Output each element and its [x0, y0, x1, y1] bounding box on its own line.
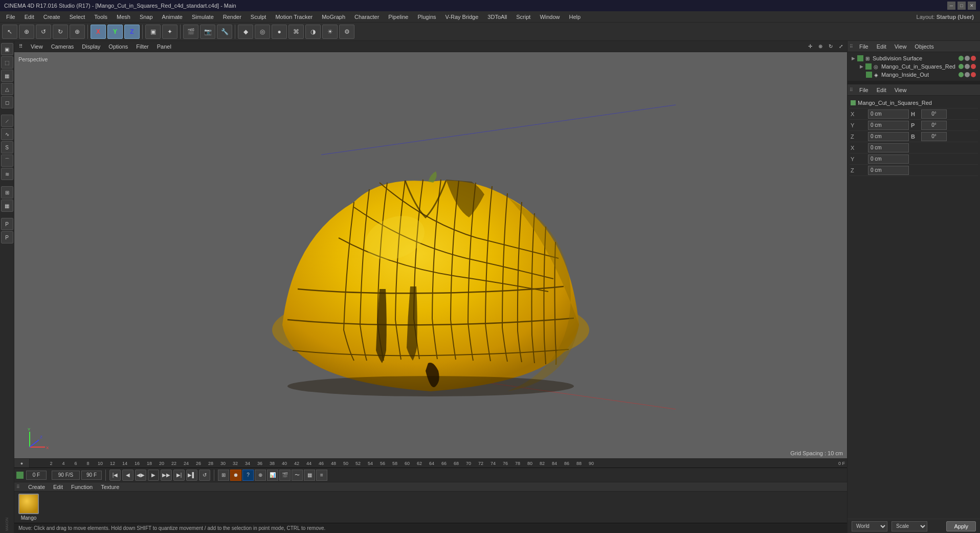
timeline-btn[interactable]: 📊	[267, 470, 278, 481]
delete-dot3[interactable]	[971, 72, 976, 77]
loop-button[interactable]: ↺	[199, 470, 210, 481]
vp-cameras-menu[interactable]: Cameras	[49, 43, 76, 50]
scale-dropdown[interactable]: Scale	[892, 521, 927, 531]
menu-mograph[interactable]: MoGraph	[318, 13, 349, 21]
render-dot[interactable]	[965, 56, 970, 61]
motion-path-btn[interactable]: ⊕	[255, 470, 266, 481]
attr-b-input[interactable]	[921, 132, 947, 141]
mode-texture[interactable]: ⬚	[1, 56, 13, 69]
redo-button[interactable]: ↻	[53, 25, 68, 39]
obj-mango-cut[interactable]: ▶ ◎ Mango_Cut_in_Squares_Red	[858, 62, 978, 71]
mat-edit[interactable]: Edit	[51, 484, 65, 490]
move-tool-button[interactable]: ↖	[2, 25, 17, 39]
menu-tools[interactable]: Tools	[90, 13, 112, 21]
menu-vraybridge[interactable]: V-Ray Bridge	[441, 13, 483, 21]
vp-panel-menu[interactable]: Panel	[155, 43, 173, 50]
menu-motiontracker[interactable]: Motion Tracker	[271, 13, 317, 21]
prev-frame-button[interactable]: ◀	[122, 470, 133, 481]
obj-objects-menu[interactable]: Objects	[912, 43, 936, 50]
play-button[interactable]: ▶	[148, 470, 159, 481]
menu-script[interactable]: Script	[512, 13, 534, 21]
go-end-button[interactable]: ▶▌	[186, 470, 197, 481]
vis-dot[interactable]	[959, 56, 964, 61]
light-button[interactable]: ☀	[322, 25, 338, 39]
end-frame-input[interactable]	[81, 471, 102, 480]
dope-sheet-btn[interactable]: 🎬	[279, 470, 291, 481]
tool-layers[interactable]: ⊞	[1, 186, 13, 198]
camera-button[interactable]: ⚙	[339, 25, 354, 39]
menu-file[interactable]: File	[2, 13, 19, 21]
render-dot2[interactable]	[965, 64, 970, 69]
vp-move-icon[interactable]: ⊕	[816, 42, 825, 51]
marker-btn[interactable]: ▦	[304, 470, 315, 481]
attr-sx-input[interactable]	[868, 143, 909, 152]
texture-button[interactable]: ✦	[162, 25, 177, 39]
vp-display-menu[interactable]: Display	[80, 43, 102, 50]
delete-dot2[interactable]	[971, 64, 976, 69]
polygon-button[interactable]: ◆	[238, 25, 253, 39]
menu-plugins[interactable]: Plugins	[413, 13, 440, 21]
model-button[interactable]: ▣	[145, 25, 161, 39]
menu-render[interactable]: Render	[219, 13, 246, 21]
attr-p-input[interactable]	[921, 121, 947, 130]
menu-create[interactable]: Create	[39, 13, 64, 21]
attr-y-input[interactable]	[868, 121, 909, 130]
z-axis-button[interactable]: Z	[124, 25, 140, 39]
vp-navigate-icon[interactable]: ✛	[806, 42, 814, 51]
attr-z-input[interactable]	[868, 132, 909, 141]
material-mango[interactable]: Mango	[18, 494, 39, 521]
fps-input[interactable]	[52, 471, 80, 480]
mode-floor[interactable]: ▦	[1, 70, 13, 82]
sphere-button[interactable]: ●	[272, 25, 287, 39]
timeline-ruler[interactable]: ● 2 4 6 8 10 12 14 16 18 20 22 24 26 28 …	[14, 458, 847, 468]
mode-edge[interactable]: △	[1, 83, 13, 95]
tool-curve[interactable]: ∿	[1, 128, 13, 140]
obj-view-menu[interactable]: View	[893, 43, 909, 50]
attr-sy-input[interactable]	[868, 154, 909, 164]
attr-edit-menu[interactable]: Edit	[875, 87, 888, 93]
add-tool-button[interactable]: ⊕	[19, 25, 34, 39]
vp-rotate-icon[interactable]: ↻	[827, 42, 835, 51]
mat-texture[interactable]: Texture	[99, 484, 121, 490]
render-button[interactable]: 📷	[200, 25, 215, 39]
obj-edit-menu[interactable]: Edit	[875, 43, 888, 50]
tool-sketch[interactable]: S	[1, 141, 13, 153]
obj-subdivision-surface[interactable]: ▶ ⊞ Subdivision Surface	[850, 54, 978, 62]
close-button[interactable]: ✕	[968, 2, 976, 10]
vp-filter-menu[interactable]: Filter	[134, 43, 150, 50]
attr-file-menu[interactable]: File	[857, 87, 871, 93]
tool-sculpt2[interactable]: ≋	[1, 168, 13, 180]
obj-file-menu[interactable]: File	[857, 43, 871, 50]
menu-animate[interactable]: Animate	[158, 13, 187, 21]
menu-3dtoall[interactable]: 3DToAll	[483, 13, 511, 21]
x-axis-button[interactable]: X	[91, 25, 106, 39]
menu-mesh[interactable]: Mesh	[113, 13, 135, 21]
mat-function[interactable]: Function	[69, 484, 95, 490]
attr-view-menu[interactable]: View	[893, 87, 909, 93]
undo-button[interactable]: ↺	[36, 25, 51, 39]
circle-tool-button[interactable]: ◎	[255, 25, 270, 39]
deformer-button[interactable]: ⌘	[288, 25, 304, 39]
mode-model[interactable]: ▣	[1, 43, 13, 55]
apply-button[interactable]: Apply	[946, 521, 976, 531]
menu-simulate[interactable]: Simulate	[188, 13, 218, 21]
menu-sculpt[interactable]: Sculpt	[247, 13, 271, 21]
play-forward-button[interactable]: ▶▶	[161, 470, 172, 481]
tool-grid[interactable]: ▦	[1, 199, 13, 212]
render-dot3[interactable]	[965, 72, 970, 77]
select-button[interactable]: ⊕	[70, 25, 85, 39]
vp-view-menu[interactable]: View	[29, 43, 45, 50]
attr-x-input[interactable]	[868, 109, 909, 119]
menu-window[interactable]: Window	[536, 13, 564, 21]
current-frame-input[interactable]	[26, 471, 47, 480]
mango-material-swatch[interactable]	[18, 494, 39, 514]
vis-dot2[interactable]	[959, 64, 964, 69]
menu-select[interactable]: Select	[65, 13, 90, 21]
menu-pipeline[interactable]: Pipeline	[384, 13, 412, 21]
render-settings-button[interactable]: 🔧	[217, 25, 232, 39]
tool-line[interactable]: ⟋	[1, 115, 13, 127]
menu-edit[interactable]: Edit	[20, 13, 38, 21]
obj-mango-inside[interactable]: ◈ Mango_Inside_Out	[864, 71, 978, 79]
maximize-button[interactable]: □	[957, 2, 966, 10]
mat-create[interactable]: Create	[26, 484, 47, 490]
